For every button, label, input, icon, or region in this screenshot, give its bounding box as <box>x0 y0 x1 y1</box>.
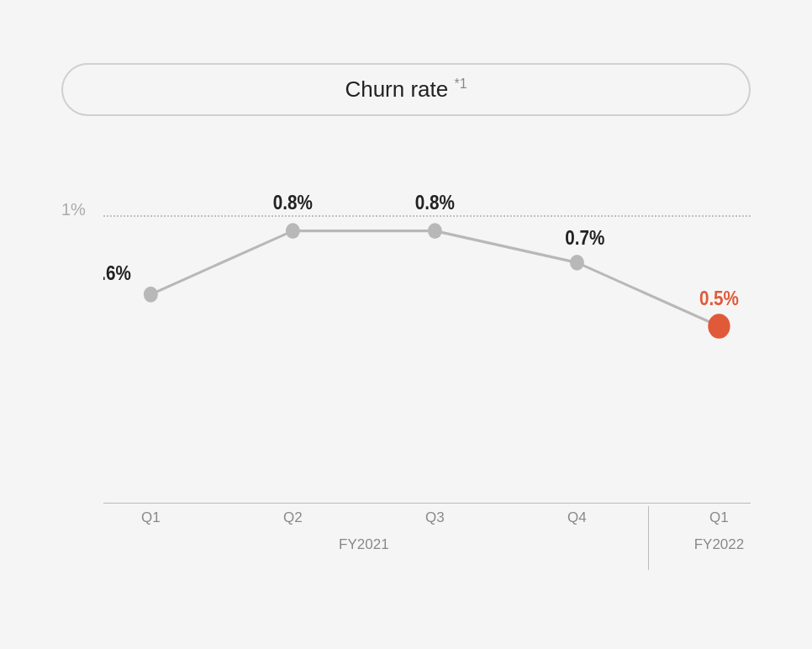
churn-rate-card: Churn rate *1 1% 0.6% 0.8% 0.8% 0.7% <box>28 46 784 604</box>
quarter-label-q1-fy2022: Q1 <box>709 509 729 526</box>
chart-line <box>150 230 719 325</box>
label-q1-fy2022: 0.5% <box>699 287 739 309</box>
fy2022-label: FY2022 <box>694 536 745 553</box>
label-q4-fy2021: 0.7% <box>565 227 604 249</box>
dot-q2-fy2021 <box>286 223 300 239</box>
title-footnote: *1 <box>454 77 467 91</box>
dot-q3-fy2021 <box>428 223 442 239</box>
quarter-label-q1-fy2021: Q1 <box>141 509 161 526</box>
chart-area: 1% 0.6% 0.8% 0.8% 0.7% 0.5% <box>61 150 751 570</box>
line-chart-svg: 0.6% 0.8% 0.8% 0.7% 0.5% <box>103 150 751 503</box>
fy-divider <box>648 506 650 570</box>
quarter-label-q4-fy2021: Q4 <box>567 509 587 526</box>
quarter-label-q2-fy2021: Q2 <box>283 509 303 526</box>
label-q3-fy2021: 0.8% <box>415 192 455 214</box>
dot-q1-fy2022 <box>708 314 730 338</box>
chart-title: Churn rate *1 <box>61 63 751 116</box>
quarter-label-q3-fy2021: Q3 <box>425 509 445 526</box>
dot-q4-fy2021 <box>570 254 584 270</box>
label-q1-fy2021: 0.6% <box>103 262 131 284</box>
title-text: Churn rate <box>345 77 448 102</box>
label-q2-fy2021: 0.8% <box>273 192 313 214</box>
y-axis-label: 1% <box>61 200 86 219</box>
x-axis: Q1 Q2 Q3 Q4 Q1 FY2021 FY2022 <box>103 503 751 570</box>
fy2021-label: FY2021 <box>339 536 389 553</box>
dot-q1-fy2021 <box>144 286 158 302</box>
x-axis-line <box>103 503 751 504</box>
